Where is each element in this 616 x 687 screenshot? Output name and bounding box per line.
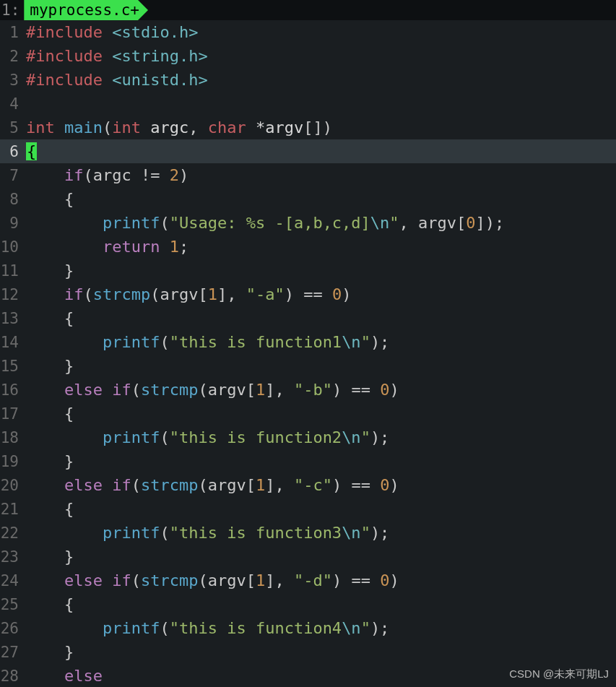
code-line: 20 else if(strcmp(argv[1], "-c") == 0) — [0, 473, 616, 497]
code-line: 9 printf("Usage: %s -[a,b,c,d]\n", argv[… — [0, 211, 616, 235]
line-number: 14 — [0, 334, 26, 351]
code-line: 5int main(int argc, char *argv[]) — [0, 116, 616, 139]
line-number: 5 — [0, 119, 26, 137]
line-number: 9 — [0, 215, 26, 232]
line-number: 18 — [0, 429, 26, 446]
code-line: 14 printf("this is function1\n"); — [0, 330, 616, 354]
code-content: { — [26, 142, 37, 160]
code-line: 13 { — [0, 306, 616, 330]
tab-index: 1: — [0, 1, 24, 19]
code-content: #include <unistd.h> — [26, 71, 208, 89]
line-number: 15 — [0, 358, 26, 375]
code-content: #include <string.h> — [26, 47, 208, 65]
line-number: 23 — [0, 548, 26, 566]
code-line: 1#include <stdio.h> — [0, 20, 616, 44]
code-line: 27 } — [0, 640, 616, 664]
cursor-icon: { — [26, 142, 37, 160]
line-number: 22 — [0, 524, 26, 542]
code-content: else if(strcmp(argv[1], "-c") == 0) — [26, 476, 399, 494]
code-line: 21 { — [0, 497, 616, 521]
line-number: 20 — [0, 477, 26, 494]
line-number: 17 — [0, 405, 26, 423]
code-line: 23 } — [0, 545, 616, 569]
code-line: 16 else if(strcmp(argv[1], "-b") == 0) — [0, 378, 616, 402]
line-number: 10 — [0, 238, 26, 256]
code-line: 17 { — [0, 402, 616, 425]
code-line: 3#include <unistd.h> — [0, 68, 616, 92]
code-content: { — [26, 405, 74, 423]
code-content: else if(strcmp(argv[1], "-d") == 0) — [26, 571, 399, 589]
line-number: 11 — [0, 262, 26, 280]
tab-active[interactable]: myprocess.c+ — [24, 0, 148, 20]
code-content: } — [26, 357, 74, 375]
code-line: 12 if(strcmp(argv[1], "-a") == 0) — [0, 282, 616, 306]
code-content: printf("this is function2\n"); — [26, 428, 389, 446]
code-content: printf("Usage: %s -[a,b,c,d]\n", argv[0]… — [26, 214, 504, 232]
code-content: #include <stdio.h> — [26, 23, 198, 41]
line-number: 21 — [0, 501, 26, 518]
code-content: { — [26, 190, 74, 208]
line-number: 24 — [0, 572, 26, 589]
code-content: printf("this is function4\n"); — [26, 619, 389, 637]
code-content: if(strcmp(argv[1], "-a") == 0) — [26, 285, 351, 303]
code-line: 18 printf("this is function2\n"); — [0, 425, 616, 449]
line-number: 8 — [0, 191, 26, 208]
watermark-text: CSDN @未来可期LJ — [509, 667, 609, 681]
code-content: printf("this is function1\n"); — [26, 333, 389, 351]
code-line: 25 { — [0, 592, 616, 616]
line-number: 28 — [0, 667, 26, 685]
line-number: 2 — [0, 48, 26, 65]
line-number: 25 — [0, 596, 26, 613]
code-editor[interactable]: 1#include <stdio.h> 2#include <string.h>… — [0, 20, 616, 687]
line-number: 6 — [0, 143, 26, 160]
code-content: printf("this is function3\n"); — [26, 524, 389, 542]
code-content: } — [26, 452, 74, 470]
tab-bar: 1: myprocess.c+ — [0, 0, 616, 20]
code-content: int main(int argc, char *argv[]) — [26, 118, 332, 137]
code-content: else — [26, 667, 103, 685]
code-line-active: 6{ — [0, 139, 616, 163]
code-line: 24 else if(strcmp(argv[1], "-d") == 0) — [0, 569, 616, 592]
code-content: if(argc != 2) — [26, 166, 188, 184]
line-number: 16 — [0, 381, 26, 399]
code-line: 26 printf("this is function4\n"); — [0, 616, 616, 640]
code-content: return 1; — [26, 238, 188, 256]
line-number: 27 — [0, 644, 26, 661]
line-number: 26 — [0, 620, 26, 637]
code-line: 15 } — [0, 354, 616, 378]
code-line: 10 return 1; — [0, 235, 616, 259]
line-number: 19 — [0, 453, 26, 470]
code-line: 2#include <string.h> — [0, 44, 616, 68]
code-content: } — [26, 262, 74, 280]
code-content: else if(strcmp(argv[1], "-b") == 0) — [26, 381, 399, 399]
code-content: { — [26, 500, 74, 518]
code-line: 8 { — [0, 187, 616, 211]
code-content: { — [26, 595, 74, 613]
line-number: 1 — [0, 24, 26, 41]
line-number: 12 — [0, 286, 26, 303]
line-number: 7 — [0, 167, 26, 184]
code-content: { — [26, 309, 74, 327]
code-line: 22 printf("this is function3\n"); — [0, 521, 616, 545]
line-number: 4 — [0, 95, 26, 113]
code-content: } — [26, 643, 74, 661]
line-number: 3 — [0, 72, 26, 89]
code-line: 4 — [0, 92, 616, 116]
line-number: 13 — [0, 310, 26, 327]
code-content: } — [26, 548, 74, 566]
code-line: 11 } — [0, 259, 616, 282]
code-line: 7 if(argc != 2) — [0, 163, 616, 187]
code-line: 19 } — [0, 449, 616, 473]
